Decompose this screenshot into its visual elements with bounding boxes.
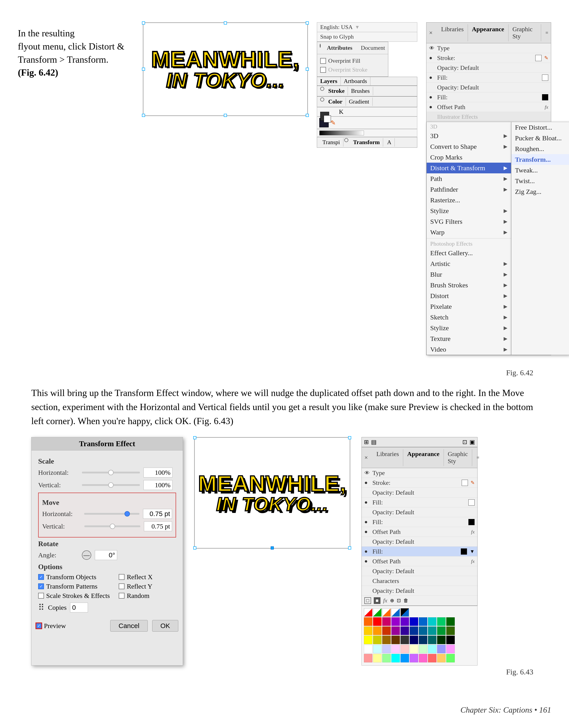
swatch-1-8[interactable] — [437, 626, 446, 635]
swatch-1-5[interactable] — [410, 626, 418, 635]
bg-swatch[interactable] — [324, 115, 331, 122]
libraries-tab-bottom[interactable]: Libraries — [372, 449, 403, 466]
fill-black-swatch[interactable] — [542, 94, 548, 100]
swatch-0-0[interactable] — [364, 617, 372, 626]
swatch-3-3[interactable] — [391, 645, 400, 653]
dropdown-blur[interactable]: Blur ▶ — [427, 269, 511, 280]
swatch-0-6[interactable] — [419, 617, 427, 626]
trans-radio[interactable] — [344, 138, 348, 142]
swatch-3-4[interactable] — [401, 645, 409, 653]
swatch-1-3[interactable] — [391, 626, 400, 635]
random-checkbox[interactable] — [119, 593, 125, 599]
swatch-0-9[interactable] — [446, 617, 455, 626]
swatch-4-7[interactable] — [428, 654, 436, 662]
distort-roughen[interactable]: Roughen... — [511, 143, 569, 154]
swatch-diag-5[interactable] — [401, 608, 409, 617]
stroke-swatch[interactable] — [535, 55, 542, 61]
dropdown-rasterize[interactable]: Rasterize... — [427, 195, 511, 205]
swatch-3-6[interactable] — [419, 645, 427, 653]
eye-icon-fill-bottom-1[interactable]: ● — [364, 499, 371, 505]
panel-fill-icon[interactable]: ■ — [374, 597, 380, 604]
scale-h-slider[interactable] — [82, 472, 140, 473]
angle-dial[interactable]: — — [82, 550, 91, 560]
swatch-4-8[interactable] — [437, 654, 446, 662]
preview-checkbox[interactable] — [36, 623, 42, 629]
swatch-4-3[interactable] — [391, 654, 400, 662]
toolbar-icon-2[interactable]: ▤ — [371, 439, 377, 446]
swatch-3-8[interactable] — [437, 645, 446, 653]
artboards-tab[interactable]: Artboards — [341, 77, 370, 85]
chevron-down[interactable]: ▼ — [470, 549, 475, 554]
angle-input[interactable] — [95, 550, 117, 560]
color-radio[interactable] — [320, 97, 324, 102]
swatch-diag-3[interactable] — [382, 608, 391, 617]
toolbar-icon-4[interactable]: ▣ — [469, 439, 475, 446]
panel-close-btn-bottom[interactable]: × — [364, 454, 368, 461]
swatch-4-9[interactable] — [446, 654, 455, 662]
distort-tweak[interactable]: Tweak... — [511, 165, 569, 176]
stroke-swatch-bottom[interactable] — [462, 480, 468, 486]
swatch-0-4[interactable] — [401, 617, 409, 626]
eye-icon-stroke[interactable]: ● — [429, 55, 435, 61]
dropdown-convert[interactable]: Convert to Shape ▶ — [427, 141, 511, 152]
transform-tab[interactable]: Transform — [350, 138, 383, 147]
swatch-4-2[interactable] — [382, 654, 391, 662]
dropdown-pathfinder[interactable]: Pathfinder ▶ — [427, 184, 511, 195]
swatch-3-9[interactable] — [446, 645, 455, 653]
toolbar-icon-3[interactable]: ⊡ — [462, 439, 467, 446]
dropdown-3d[interactable]: 3D ▶ — [427, 131, 511, 141]
dropdown-sketch[interactable]: Sketch ▶ — [427, 312, 511, 323]
panel-close-btn[interactable]: × — [429, 29, 433, 36]
dropdown-svgfilters[interactable]: SVG Filters ▶ — [427, 216, 511, 227]
dropdown-crop[interactable]: Crop Marks — [427, 152, 511, 163]
eye-icon-fill-bottom-2[interactable]: ● — [364, 519, 371, 525]
dropdown-effectgallery[interactable]: Effect Gallery... — [427, 248, 511, 258]
dropdown-pixelate[interactable]: Pixelate ▶ — [427, 301, 511, 312]
swatch-0-2[interactable] — [382, 617, 391, 626]
panel-btn-1[interactable]: ⊕ — [390, 598, 394, 604]
swatch-0-3[interactable] — [391, 617, 400, 626]
transparency-tab[interactable]: Transpi — [319, 138, 343, 147]
scale-h-input[interactable]: 100% — [143, 468, 172, 477]
cancel-button[interactable]: Cancel — [110, 620, 147, 632]
swatch-1-6[interactable] — [419, 626, 427, 635]
dropdown-artistic[interactable]: Artistic ▶ — [427, 258, 511, 269]
stroke-tab[interactable]: Stroke — [325, 87, 348, 95]
distort-twist[interactable]: Twist... — [511, 176, 569, 186]
scale-v-thumb[interactable] — [108, 482, 114, 488]
document-tab[interactable]: Document — [358, 44, 388, 52]
libraries-tab-top[interactable]: Libraries — [437, 24, 468, 41]
swatch-1-2[interactable] — [382, 626, 391, 635]
swatch-1-9[interactable] — [446, 626, 455, 635]
transform-objects-checkbox[interactable] — [38, 574, 44, 580]
dropdown-distort2[interactable]: Distort ▶ — [427, 290, 511, 301]
eye-icon-offset-bottom[interactable]: ● — [364, 529, 371, 535]
swatch-2-2[interactable] — [382, 636, 391, 644]
dropdown-texture[interactable]: Texture ▶ — [427, 333, 511, 344]
fx-label-bottom[interactable]: fx — [383, 597, 387, 604]
swatch-2-9[interactable] — [446, 636, 455, 644]
swatch-3-2[interactable] — [382, 645, 391, 653]
swatch-4-0[interactable] — [364, 654, 372, 662]
swatch-1-0[interactable] — [364, 626, 372, 635]
dropdown-stylize2[interactable]: Stylize ▶ — [427, 323, 511, 333]
color-tab[interactable]: Color — [325, 97, 346, 106]
swatch-0-8[interactable] — [437, 617, 446, 626]
eye-icon-offset[interactable]: ● — [429, 104, 435, 110]
reflect-x-checkbox[interactable] — [119, 574, 125, 580]
swatch-3-0[interactable] — [364, 645, 372, 653]
eye-icon-fill1[interactable]: ● — [429, 75, 435, 81]
scale-v-input[interactable]: 100% — [143, 480, 172, 490]
swatch-4-5[interactable] — [410, 654, 418, 662]
swatch-1-1[interactable] — [373, 626, 382, 635]
copies-input[interactable] — [70, 603, 88, 612]
swatch-diag-4[interactable] — [391, 608, 400, 617]
swatch-3-7[interactable] — [428, 645, 436, 653]
layers-tab[interactable]: Layers — [317, 77, 341, 85]
fill-swatch-bottom-1[interactable] — [468, 499, 475, 506]
fill-white-swatch[interactable] — [542, 75, 548, 81]
attributes-tab[interactable]: Attributes — [324, 44, 355, 52]
panel-btn-3[interactable]: 🗑 — [403, 598, 408, 604]
swatch-1-7[interactable] — [428, 626, 436, 635]
panel-collapse-btn[interactable]: ≡ — [546, 30, 548, 36]
